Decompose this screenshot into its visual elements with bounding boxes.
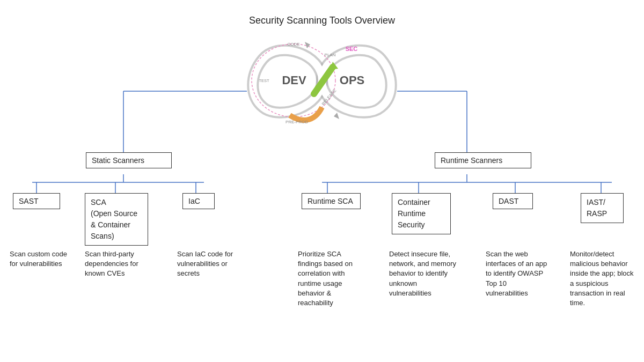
svg-text:PLAN: PLAN: [325, 53, 336, 57]
sast-box: SAST: [13, 193, 60, 209]
container-runtime-description: Detect insecure file, network, and memor…: [389, 249, 456, 298]
container-runtime-box: ContainerRuntimeSecurity: [392, 193, 451, 234]
dast-description: Scan the web interfaces of an app to ide…: [486, 249, 550, 298]
svg-text:DEV: DEV: [282, 73, 306, 87]
runtime-sca-box: Runtime SCA: [302, 193, 361, 209]
iac-box: IaC: [182, 193, 215, 209]
svg-text:CODE: CODE: [287, 42, 299, 47]
iast-rasp-description: Monitor/detect malicious behavior inside…: [570, 249, 634, 308]
sast-description: Scan custom code for vulnerabilities: [10, 249, 69, 269]
svg-marker-26: [334, 113, 339, 119]
svg-text:PRE-PROD: PRE-PROD: [286, 120, 308, 124]
static-scanners-box: Static Scanners: [86, 152, 172, 168]
page-title: Security Scanning Tools Overview: [0, 0, 644, 26]
iast-rasp-box: IAST/RASP: [581, 193, 624, 223]
iac-description: Scan IaC code for vulnerabilities or sec…: [177, 249, 239, 279]
svg-text:OPS: OPS: [340, 73, 364, 87]
runtime-scanners-box: Runtime Scanners: [435, 152, 531, 168]
sca-description: Scan third-party dependencies for known …: [85, 249, 149, 279]
sca-label: SCA(Open Source& ContainerScans): [91, 198, 137, 240]
runtime-sca-description: Prioritize SCA findings based on correla…: [298, 249, 362, 308]
svg-text:SEC: SEC: [346, 46, 358, 52]
svg-text:TEST: TEST: [259, 78, 269, 83]
svg-marker-25: [305, 42, 310, 48]
sca-box: SCA(Open Source& ContainerScans): [85, 193, 148, 246]
dast-box: DAST: [493, 193, 533, 209]
devsecops-diagram: DEV OPS SEC CODE PLAN TEST PRE-PROD RELE…: [247, 32, 397, 129]
